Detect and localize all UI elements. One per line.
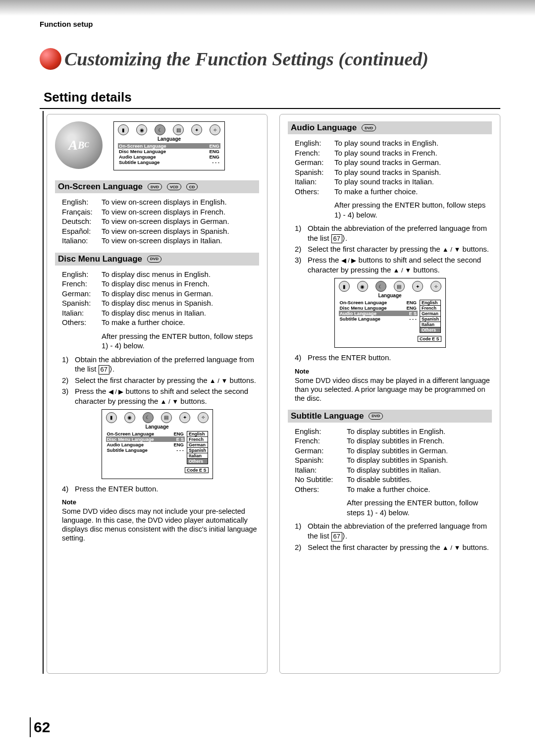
osd-row: Disc Menu LanguageE S [106, 436, 185, 442]
disc-after-enter: After pressing the ENTER button, follow … [62, 331, 259, 351]
term: English: [295, 427, 347, 436]
term: Spanish: [295, 455, 347, 465]
dvd-pill-icon: DVD [362, 124, 376, 131]
up-down-icon: ▲ / ▼ [210, 377, 228, 384]
cd-pill-icon: CD [186, 183, 198, 190]
disc-menu-language-heading: Disc Menu Language DVD [55, 253, 259, 266]
code-field: Code E S [418, 336, 441, 342]
definition: To make a further choice. [347, 485, 492, 494]
definition: To make a further choice. [102, 318, 259, 327]
osd-row: On-Screen LanguageENG [118, 143, 220, 149]
disc-menu-list: English:To display disc menus in English… [62, 270, 259, 327]
vcd-pill-icon: VCD [167, 183, 181, 190]
definition: To play sound tracks in French. [334, 148, 492, 158]
term: German: [295, 158, 334, 167]
divider [40, 108, 500, 109]
osd-preview-main: ▮ ◉ ☾ ▤ ✦ ✧ Language On-Screen LanguageE… [113, 121, 225, 170]
title-row: Customizing the Function Settings (conti… [40, 48, 500, 70]
term: French: [295, 148, 334, 158]
top-gradient [0, 0, 535, 16]
term: Italian: [62, 308, 102, 318]
dvd-pill-icon: DVD [369, 413, 383, 420]
note-heading: Note [62, 498, 259, 506]
heading-text: Disc Menu Language [58, 254, 142, 264]
term: French: [62, 279, 102, 289]
dvd-pill-icon: DVD [148, 183, 162, 190]
heading-text: On-Screen Language [58, 182, 143, 192]
section-title: Setting details [44, 90, 500, 105]
osd-row: On-Screen LanguageENG [339, 300, 418, 305]
definition: To display disc menus in Italian. [102, 308, 259, 318]
page-title: Customizing the Function Settings (conti… [64, 48, 428, 70]
submenu-item: German [420, 311, 440, 317]
osd-preview-disc: ▮◉☾▤✦✧ Language On-Screen LanguageENGDis… [102, 409, 213, 479]
disc-steps: 1)Obtain the abbreviation of the preferr… [62, 355, 259, 406]
definition: To disable subtitles. [347, 475, 492, 485]
page-ref-67: 67 [99, 365, 109, 375]
osd-submenu: EnglishFrenchGermanSpanishItalianOthers [420, 300, 441, 333]
term: German: [62, 289, 102, 299]
code-field: Code E S [185, 467, 209, 473]
term: Spanish: [62, 298, 102, 308]
term: Others: [295, 187, 334, 197]
definition: To display disc menus in German. [102, 289, 259, 299]
term: Italiano: [62, 236, 102, 246]
osd-row: Audio LanguageENG [118, 154, 220, 160]
submenu-item: Spanish [187, 448, 208, 453]
subtitle-language-list: English:To display subtitles in English.… [295, 427, 492, 494]
tab-icon: ✧ [210, 124, 220, 135]
definition: To play sound tracks in Italian. [334, 177, 492, 187]
osd-submenu: EnglishFrenchGermanSpanishItalianOthers [187, 431, 208, 464]
audio-language-list: English:To play sound tracks in English.… [295, 138, 492, 196]
definition: To view on-screen displays in French. [102, 207, 259, 217]
submenu-item: English [420, 300, 440, 306]
term: No Subtitle: [295, 475, 347, 485]
submenu-item: English [187, 432, 208, 437]
breadcrumb: Function setup [40, 20, 500, 28]
definition: To display disc menus in French. [102, 279, 259, 289]
page-ref-67: 67 [331, 234, 342, 244]
term: Italian: [295, 177, 334, 187]
term: English: [295, 138, 334, 148]
up-down-icon: ▲ / ▼ [442, 246, 461, 253]
definition: To view on-screen displays in English. [102, 197, 259, 207]
up-down-icon: ▲ / ▼ [442, 544, 461, 551]
subtitle-language-heading: Subtitle Language DVD [288, 410, 492, 423]
page-number: 62 [30, 717, 50, 737]
left-right-icon: ◀ / ▶ [108, 388, 124, 395]
definition: To display disc menus in English. [102, 270, 259, 279]
definition: To view on-screen displays in Spanish. [102, 226, 259, 236]
heading-text: Audio Language [291, 123, 357, 133]
definition: To display disc menus in Spanish. [102, 298, 259, 308]
term: Others: [295, 485, 347, 494]
definition: To display subtitles in English. [347, 427, 492, 436]
disc-step4: 4)Press the ENTER button. [62, 484, 259, 494]
osd-label: Language [118, 136, 220, 142]
onscreen-language-list: English:To view on-screen displays in En… [62, 197, 259, 246]
term: French: [295, 436, 347, 446]
definition: To play sound tracks in Spanish. [334, 167, 492, 177]
definition: To display subtitles in Spanish. [347, 455, 492, 465]
term: German: [295, 446, 347, 456]
osd-row: On-Screen LanguageENG [106, 431, 185, 436]
term: English: [62, 197, 102, 207]
page-content: Function setup Customizing the Function … [40, 20, 500, 731]
audio-language-heading: Audio Language DVD [288, 121, 492, 134]
term: Spanish: [295, 167, 334, 177]
heading-text: Subtitle Language [291, 411, 364, 421]
page-ref-67: 67 [331, 532, 342, 541]
term: Others: [62, 318, 102, 327]
term: Italian: [295, 465, 347, 475]
osd-row: Audio LanguageENG [106, 442, 185, 447]
tab-icon: ▤ [173, 124, 184, 135]
osd-preview-audio: ▮◉☾▤✦✧ Language On-Screen LanguageENGDis… [334, 278, 446, 348]
submenu-item: Spanish [420, 317, 440, 322]
right-column: Audio Language DVD English:To play sound… [279, 114, 500, 674]
osd-label: Language [339, 293, 441, 298]
osd-tabrow: ▮ ◉ ☾ ▤ ✦ ✧ [118, 124, 220, 135]
tab-icon: ◉ [136, 124, 147, 135]
definition: To play sound tracks in English. [334, 138, 492, 148]
definition: To view on-screen displays in Italian. [102, 236, 259, 246]
osd-label: Language [106, 424, 209, 430]
content-frame: ABC ▮ ◉ ☾ ▤ ✦ ✧ Language On-Screen Langu… [43, 111, 500, 674]
